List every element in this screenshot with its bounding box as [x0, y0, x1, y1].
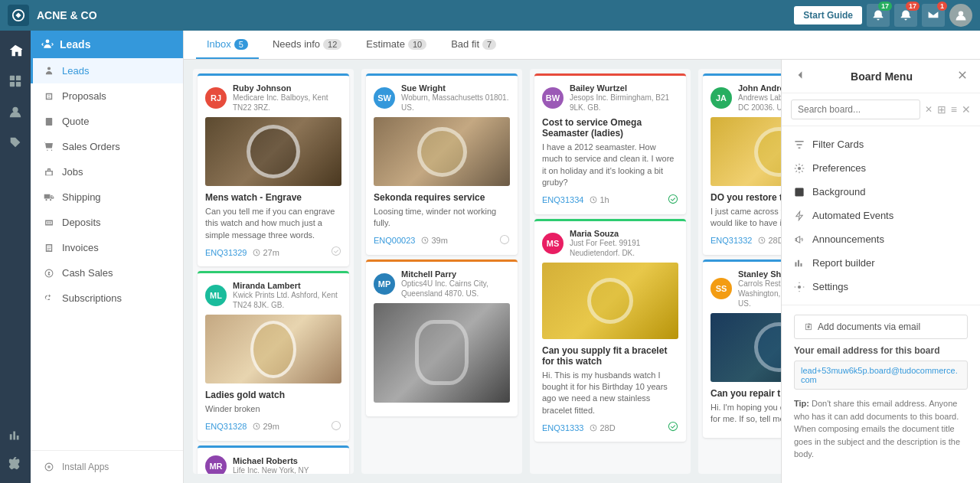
notifications-icon2[interactable]: 17 [894, 4, 917, 27]
nav-item-sales-orders[interactable]: Sales Orders [31, 134, 183, 159]
kanban-col-3-cards: BW Bailey Wurtzel Jesops Inc. Birmingham… [530, 69, 691, 446]
start-guide-button[interactable]: Start Guide [794, 6, 862, 24]
menu-item-automated-events[interactable]: Automated Events [782, 204, 980, 227]
install-apps-button[interactable]: Install Apps [41, 457, 172, 477]
sidebar-home-icon[interactable] [2, 37, 29, 64]
svg-point-18 [668, 194, 677, 203]
sidebar-settings-icon[interactable] [2, 449, 29, 477]
card-desc-john: I just came across this watch and would … [710, 206, 781, 230]
kanban-col-1: RJ Ruby Johnson Medicare Inc. Balboys, K… [193, 69, 354, 474]
sidebar-tag-icon[interactable] [2, 129, 29, 156]
card-company-bailey: Jesops Inc. Birmingham, B21 9LK. GB. [570, 93, 678, 113]
nav-cash-sales-label: Cash Sales [62, 267, 172, 279]
add-documents-button[interactable]: Add documents via email [794, 315, 968, 339]
card-check-maria [668, 421, 678, 434]
board-menu-back-button[interactable] [794, 69, 806, 83]
search-clear-icon[interactable]: ✕ [925, 104, 933, 115]
sidebar-chart-icon[interactable] [2, 422, 29, 449]
app-logo[interactable] [8, 5, 29, 26]
search-grid-icon[interactable]: ≡ [951, 103, 957, 116]
search-close-icon[interactable]: ✕ [962, 103, 971, 116]
card-michael-roberts[interactable]: MR Michael Roberts Life Inc. New York, N… [198, 445, 349, 474]
tab-needs-info[interactable]: Needs info 12 [262, 31, 352, 59]
card-desc-sue: Loosing time, winder not working fully. [374, 206, 510, 230]
card-company-miranda: Kwick Prints Ltd. Ashford, Kent TN24 8JK… [233, 290, 341, 310]
card-customer-john: John Andrews [738, 83, 781, 93]
menu-item-report-builder[interactable]: Report builder [782, 251, 980, 275]
menu-item-filter-cards[interactable]: Filter Cards [782, 132, 980, 156]
notifications-icon1[interactable]: 17 [867, 4, 890, 27]
card-title-john: DO you restore these watches. [710, 192, 781, 203]
tab-estimate-count: 10 [408, 39, 426, 50]
nav-item-leads[interactable]: Leads [31, 58, 183, 83]
card-customer-miranda: Miranda Lambert [233, 281, 341, 290]
nav-item-subscriptions[interactable]: Subscriptions [31, 286, 183, 311]
tab-estimate[interactable]: Estimate 10 [355, 31, 437, 59]
tab-inbox[interactable]: Inbox 5 [196, 31, 259, 59]
svg-rect-2 [10, 76, 15, 80]
card-mitchell-parry[interactable]: MP Mitchell Parry Optics4U Inc. Cairns C… [366, 259, 518, 416]
card-john-andrews[interactable]: JA John Andrews Andrews Labs Inc. Washin… [703, 73, 781, 255]
board-search-input[interactable] [791, 100, 920, 119]
nav-item-deposits[interactable]: Deposits [31, 210, 183, 235]
nav-quote-label: Quote [62, 116, 172, 127]
svg-point-6 [12, 107, 18, 113]
card-ref-maria: ENQ31333 [542, 423, 583, 432]
card-ref-miranda: ENQ31328 [205, 422, 247, 431]
card-maria-souza[interactable]: MS Maria Souza Just For Feet. 99191 Neud… [534, 219, 686, 442]
tab-bad-fit-count: 7 [482, 39, 496, 50]
svg-point-16 [500, 235, 508, 243]
nav-item-cash-sales[interactable]: Cash Sales [31, 260, 183, 286]
card-image-ruby [205, 117, 341, 186]
kanban-col-4: JA John Andrews Andrews Labs Inc. Washin… [698, 69, 781, 474]
sidebar-user-icon[interactable] [2, 98, 29, 126]
menu-item-background[interactable]: Background [782, 180, 980, 204]
sidebar-bottom [2, 422, 29, 477]
nav-item-proposals[interactable]: Proposals [31, 83, 183, 109]
install-apps-section: Install Apps [31, 450, 183, 483]
messages-badge: 1 [937, 2, 947, 11]
card-avatar-stanley: SS [710, 278, 732, 299]
search-filter-icon[interactable]: ⊞ [937, 103, 946, 116]
card-avatar-bailey: BW [542, 87, 564, 109]
card-title-maria: Can you supply fit a bracelet for this w… [542, 345, 678, 367]
card-company-john: Andrews Labs Inc. Washington, DC 20036. … [738, 93, 781, 113]
nav-shipping-label: Shipping [62, 191, 172, 203]
messages-icon[interactable]: 1 [922, 4, 945, 27]
email-value[interactable]: lead+53muw6k5p.board@tudocommerce.com [794, 361, 968, 390]
tab-bad-fit-label: Bad fit [451, 38, 479, 50]
nav-item-invoices[interactable]: Invoices [31, 235, 183, 260]
kanban-board: RJ Ruby Johnson Medicare Inc. Balboys, K… [184, 60, 781, 483]
nav-sidebar: Leads Leads Proposals Quote Sales Orders… [31, 31, 184, 483]
card-stanley-shover[interactable]: SS Stanley Shover Carrols Restaurant Gro… [703, 259, 781, 438]
card-sue-wright[interactable]: SW Sue Wright Woburn, Massachusetts 0180… [366, 73, 518, 255]
card-ruby-johnson[interactable]: RJ Ruby Johnson Medicare Inc. Balboys, K… [198, 73, 349, 266]
tab-bad-fit[interactable]: Bad fit 7 [440, 31, 507, 59]
card-desc-stanley: Hi. I'm hoping you can sort this out for… [710, 402, 781, 426]
svg-point-26 [798, 285, 801, 288]
card-time-bailey: 1h [590, 195, 609, 204]
board-menu-close-button[interactable] [957, 70, 968, 83]
nav-item-quote[interactable]: Quote [31, 109, 183, 134]
sidebar-grid-icon[interactable] [2, 67, 29, 95]
menu-item-preferences[interactable]: Preferences [782, 156, 980, 180]
kanban-col-3: BW Bailey Wurtzel Jesops Inc. Birmingham… [530, 69, 691, 474]
card-title-sue: Sekonda requires service [374, 192, 510, 203]
board-menu-search-section: ✕ ⊞ ≡ ✕ [782, 93, 980, 126]
card-miranda-lambert[interactable]: ML Miranda Lambert Kwick Prints Ltd. Ash… [198, 271, 349, 440]
svg-point-20 [668, 423, 677, 431]
notification-badge1: 17 [878, 2, 892, 11]
nav-item-shipping[interactable]: Shipping [31, 184, 183, 210]
nav-leads-label: Leads [60, 38, 90, 51]
nav-jobs-label: Jobs [62, 166, 172, 178]
card-time-ruby: 27m [253, 248, 279, 257]
card-desc-maria: Hi. This is my husbands watch I bought i… [542, 370, 678, 417]
user-avatar[interactable] [949, 4, 972, 27]
card-info-stanley: Stanley Shover Carrols Restaurant Group.… [738, 269, 781, 308]
tab-needs-info-count: 12 [323, 39, 341, 50]
menu-item-announcements[interactable]: Announcements [782, 227, 980, 251]
menu-item-settings[interactable]: Settings [782, 275, 980, 299]
card-bailey-wurtzel[interactable]: BW Bailey Wurtzel Jesops Inc. Birmingham… [534, 73, 686, 214]
card-info-bailey: Bailey Wurtzel Jesops Inc. Birmingham, B… [570, 83, 678, 113]
nav-item-jobs[interactable]: Jobs [31, 159, 183, 184]
